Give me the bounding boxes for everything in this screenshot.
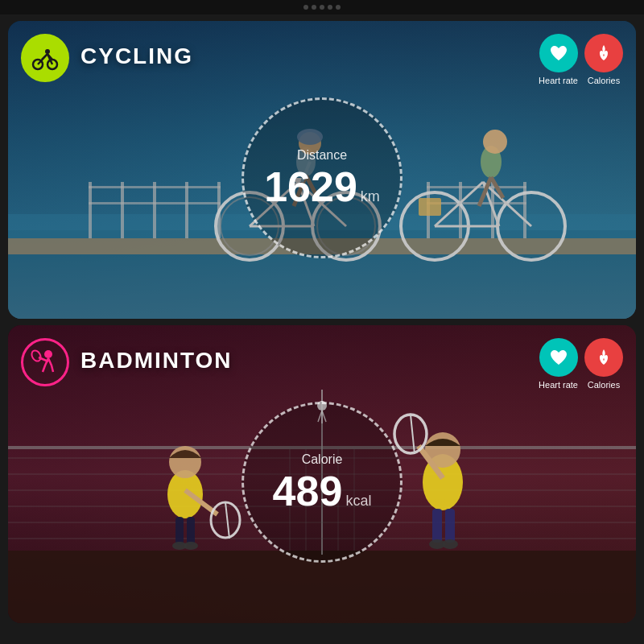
cycling-metric-unit: km xyxy=(361,188,380,205)
cycling-metric-circle: Distance 1629 km xyxy=(242,97,402,258)
cycling-dotted-circle: Distance 1629 km xyxy=(242,97,402,258)
badminton-card: BADMINTON Heart rate Calories Ca xyxy=(8,325,636,623)
svg-rect-11 xyxy=(523,182,526,238)
badminton-metric-value: 489 xyxy=(273,470,343,512)
svg-point-40 xyxy=(483,130,507,154)
badminton-metric-title: Calorie xyxy=(302,452,343,467)
svg-rect-4 xyxy=(121,182,124,238)
svg-rect-6 xyxy=(185,182,188,238)
svg-rect-12 xyxy=(89,186,221,188)
svg-rect-3 xyxy=(89,182,92,238)
cycling-metrics: Heart rate Calories xyxy=(539,34,623,85)
cycling-card: CYCLING Heart rate Calories Dist xyxy=(8,21,636,319)
badminton-metrics: Heart rate Calories xyxy=(539,338,623,390)
svg-rect-63 xyxy=(187,517,195,545)
badminton-heart-circle xyxy=(539,338,578,377)
cycling-calories-btn[interactable]: Calories xyxy=(584,34,623,85)
cycling-title: CYCLING xyxy=(80,43,193,69)
svg-point-83 xyxy=(31,349,43,362)
badminton-fire-circle xyxy=(584,338,623,377)
badminton-metric-circle: Calorie 489 kcal xyxy=(242,402,402,563)
svg-rect-15 xyxy=(427,202,526,204)
cycling-activity-icon xyxy=(21,34,69,82)
top-dots xyxy=(303,5,341,10)
svg-rect-5 xyxy=(153,182,156,238)
badminton-activity-icon xyxy=(21,338,69,386)
svg-line-68 xyxy=(225,502,229,539)
cycling-metric-value: 1629 xyxy=(264,166,357,208)
badminton-heart-rate-btn[interactable]: Heart rate xyxy=(539,338,578,390)
badminton-heart-rate-label: Heart rate xyxy=(539,380,578,390)
cycling-heart-rate-label: Heart rate xyxy=(539,76,578,85)
svg-rect-71 xyxy=(432,509,442,543)
badminton-title: BADMINTON xyxy=(80,348,233,374)
badminton-calories-btn[interactable]: Calories xyxy=(584,338,623,390)
cycling-metric-title: Distance xyxy=(297,148,347,163)
svg-point-65 xyxy=(184,542,198,550)
heart-rate-circle xyxy=(539,34,578,72)
badminton-calories-label: Calories xyxy=(588,380,620,390)
svg-rect-62 xyxy=(175,517,184,545)
svg-point-82 xyxy=(44,350,52,358)
svg-rect-9 xyxy=(459,182,462,238)
fire-circle xyxy=(584,34,623,72)
badminton-dotted-circle: Calorie 489 kcal xyxy=(242,402,402,563)
cycling-heart-rate-btn[interactable]: Heart rate xyxy=(539,34,578,85)
svg-point-74 xyxy=(442,539,458,549)
svg-rect-72 xyxy=(445,509,455,543)
svg-rect-13 xyxy=(89,202,221,204)
badminton-metric-unit: kcal xyxy=(345,493,371,510)
cycling-calories-label: Calories xyxy=(588,76,620,85)
svg-rect-38 xyxy=(419,198,441,216)
top-bar xyxy=(0,0,644,14)
